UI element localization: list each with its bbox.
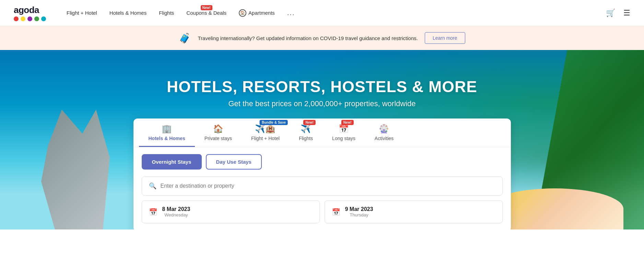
checkin-date: 8 Mar 2023	[162, 206, 190, 212]
date-row: 📅 8 Mar 2023 Wednesday 📅 9 Mar 2023 Thur…	[142, 200, 503, 223]
long-stays-icon: 📅	[339, 124, 349, 134]
hero-content: HOTELS, RESORTS, HOSTELS & MORE Get the …	[0, 50, 644, 229]
hotels-homes-icon: 🏢	[162, 124, 172, 134]
flights-icon: ✈️	[301, 124, 311, 134]
checkin-date-box[interactable]: 📅 8 Mar 2023 Wednesday	[142, 200, 320, 223]
tab-flight-hotel-label: Flight + Hotel	[251, 136, 280, 141]
search-tabs: 🏢 Hotels & Homes 🏠 Private stays Bundle …	[133, 119, 511, 147]
cart-icon[interactable]: 🛒	[606, 9, 615, 17]
hamburger-icon[interactable]: ☰	[623, 9, 630, 17]
nav-link-coupons[interactable]: New! Coupons & Deals	[186, 10, 226, 16]
checkout-date: 9 Mar 2023	[345, 206, 373, 212]
apartments-icon: 🏠	[239, 9, 246, 17]
tab-flight-hotel[interactable]: Bundle & Save ✈️🏨 Flight + Hotel	[242, 119, 289, 147]
coupons-new-badge: New!	[201, 5, 212, 10]
tab-private-stays[interactable]: 🏠 Private stays	[195, 119, 242, 147]
day-use-stays-button[interactable]: Day Use Stays	[206, 154, 262, 170]
covid-banner: 🧳 Traveling internationally? Get updated…	[0, 26, 644, 50]
bundle-save-badge: Bundle & Save	[260, 120, 288, 125]
navbar: agoda Flight + Hotel Hotels & Homes Flig…	[0, 0, 644, 26]
checkin-info: 8 Mar 2023 Wednesday	[162, 206, 190, 217]
logo-dot	[34, 16, 39, 21]
flight-hotel-icon: ✈️🏨	[255, 124, 276, 134]
logo-dot	[21, 16, 25, 21]
nav-right: 🛒 ☰	[606, 9, 630, 17]
logo[interactable]: agoda	[14, 5, 46, 21]
tab-long-stays-label: Long stays	[332, 136, 355, 141]
nav-link-flight-hotel[interactable]: Flight + Hotel	[67, 10, 97, 16]
search-icon: 🔍	[149, 182, 156, 190]
hero-subtitle: Get the best prices on 2,000,000+ proper…	[0, 99, 644, 108]
tab-long-stays[interactable]: New! 📅 Long stays	[323, 119, 365, 147]
nav-link-flights[interactable]: Flights	[159, 10, 174, 16]
long-stays-new-badge: New!	[341, 120, 354, 125]
private-stays-icon: 🏠	[213, 124, 223, 134]
activities-icon: 🎡	[379, 124, 389, 134]
stay-type-buttons: Overnight Stays Day Use Stays	[142, 154, 503, 170]
nav-link-apartments[interactable]: 🏠 Apartments	[239, 9, 275, 17]
search-body: Overnight Stays Day Use Stays 🔍 📅 8 Mar …	[133, 147, 511, 223]
overnight-stays-button[interactable]: Overnight Stays	[142, 154, 202, 170]
learn-more-button[interactable]: Learn more	[425, 32, 465, 44]
logo-dot	[27, 16, 32, 21]
nav-link-hotels-homes[interactable]: Hotels & Homes	[109, 10, 147, 16]
checkin-day: Wednesday	[162, 212, 190, 217]
nav-links: Flight + Hotel Hotels & Homes Flights Ne…	[67, 9, 606, 17]
checkout-day: Thursday	[345, 212, 373, 217]
tab-private-stays-label: Private stays	[204, 136, 232, 141]
tab-activities[interactable]: 🎡 Activities	[365, 119, 403, 147]
flights-new-badge: New!	[303, 120, 316, 125]
destination-input-row[interactable]: 🔍	[142, 176, 503, 196]
nav-more-button[interactable]: ...	[287, 9, 295, 17]
checkout-calendar-icon: 📅	[332, 208, 340, 216]
logo-dot	[14, 16, 19, 21]
destination-input[interactable]	[161, 183, 495, 189]
hero-title: HOTELS, RESORTS, HOSTELS & MORE	[0, 77, 644, 96]
banner-text: Traveling internationally? Get updated i…	[198, 35, 418, 41]
checkout-date-box[interactable]: 📅 9 Mar 2023 Thursday	[325, 200, 503, 223]
luggage-icon: 🧳	[179, 33, 191, 44]
tab-flights[interactable]: New! ✈️ Flights	[289, 119, 323, 147]
checkin-calendar-icon: 📅	[149, 208, 157, 216]
tab-hotels-homes-label: Hotels & Homes	[149, 136, 185, 141]
hero-section: HOTELS, RESORTS, HOSTELS & MORE Get the …	[0, 50, 644, 229]
tab-activities-label: Activities	[375, 136, 394, 141]
tab-flights-label: Flights	[299, 136, 313, 141]
search-card: 🏢 Hotels & Homes 🏠 Private stays Bundle …	[133, 119, 511, 229]
logo-dots	[14, 16, 46, 21]
logo-text: agoda	[14, 5, 46, 15]
tab-hotels-homes[interactable]: 🏢 Hotels & Homes	[139, 119, 195, 147]
checkout-info: 9 Mar 2023 Thursday	[345, 206, 373, 217]
logo-dot	[41, 16, 46, 21]
